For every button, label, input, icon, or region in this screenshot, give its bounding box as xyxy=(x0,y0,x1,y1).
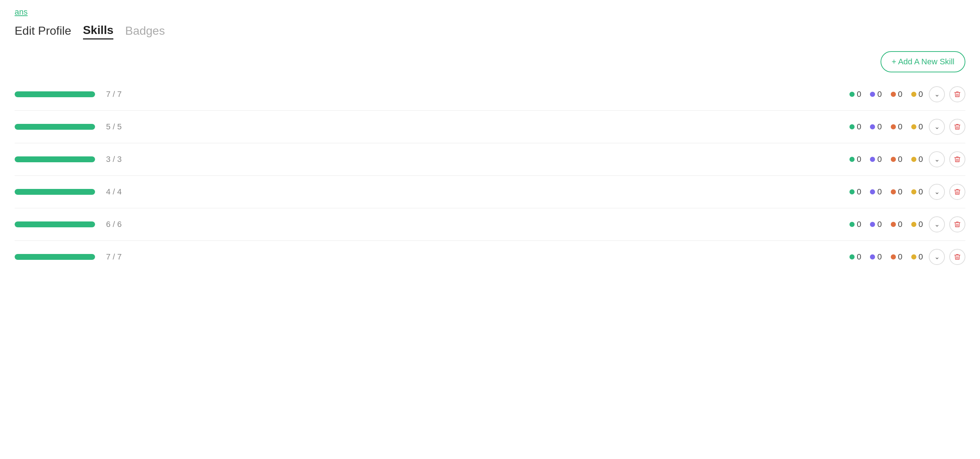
delete-skill-button[interactable] xyxy=(949,249,966,265)
badge-yellow: 0 xyxy=(911,220,923,229)
badge-yellow-count: 0 xyxy=(919,154,923,164)
progress-bar-fill xyxy=(14,254,95,260)
dot-yellow-icon xyxy=(911,157,916,162)
badge-yellow-count: 0 xyxy=(919,89,923,99)
add-skill-button[interactable]: + Add A New Skill xyxy=(881,51,966,72)
badge-yellow-count: 0 xyxy=(919,252,923,262)
delete-skill-button[interactable] xyxy=(949,119,966,135)
tab-bar: Edit Profile Skills Badges xyxy=(14,24,966,40)
skill-label: 3 / 3 xyxy=(106,154,135,164)
badge-purple: 0 xyxy=(870,89,881,99)
expand-skill-button[interactable]: ⌄ xyxy=(929,249,945,265)
badge-purple: 0 xyxy=(870,252,881,262)
badge-green: 0 xyxy=(850,89,861,99)
progress-bar-fill xyxy=(14,91,95,97)
tab-skills[interactable]: Skills xyxy=(83,24,114,40)
toolbar: + Add A New Skill xyxy=(14,51,966,72)
skill-label: 7 / 7 xyxy=(106,89,135,99)
badge-green: 0 xyxy=(850,220,861,229)
progress-bar-bg xyxy=(14,254,95,260)
dot-orange-icon xyxy=(891,254,896,259)
skill-label: 7 / 7 xyxy=(106,252,135,262)
badge-orange-count: 0 xyxy=(898,154,902,164)
badge-green: 0 xyxy=(850,154,861,164)
skill-actions: ⌄ xyxy=(929,86,966,102)
progress-bar-bg xyxy=(14,91,95,97)
tab-edit-profile[interactable]: Edit Profile xyxy=(14,24,71,39)
trash-icon xyxy=(954,221,961,228)
skill-label: 6 / 6 xyxy=(106,220,135,229)
dot-yellow-icon xyxy=(911,189,916,194)
badge-orange: 0 xyxy=(891,187,902,197)
skill-badges: 0 0 0 0 xyxy=(850,89,923,99)
dot-yellow-icon xyxy=(911,92,916,97)
badge-orange: 0 xyxy=(891,154,902,164)
dot-green-icon xyxy=(850,92,854,97)
progress-bar-container xyxy=(14,221,95,227)
badge-orange-count: 0 xyxy=(898,122,902,132)
badge-green-count: 0 xyxy=(857,154,861,164)
badge-green: 0 xyxy=(850,252,861,262)
progress-bar-container xyxy=(14,189,95,195)
badge-purple: 0 xyxy=(870,154,881,164)
badge-green: 0 xyxy=(850,122,861,132)
dot-purple-icon xyxy=(870,157,875,162)
badge-orange-count: 0 xyxy=(898,252,902,262)
progress-bar-bg xyxy=(14,189,95,195)
dot-purple-icon xyxy=(870,189,875,194)
skill-label: 5 / 5 xyxy=(106,122,135,132)
badge-purple: 0 xyxy=(870,187,881,197)
badge-purple-count: 0 xyxy=(877,187,881,197)
trash-icon xyxy=(954,156,961,163)
badge-purple-count: 0 xyxy=(877,122,881,132)
delete-skill-button[interactable] xyxy=(949,151,966,167)
tab-badges[interactable]: Badges xyxy=(125,24,165,39)
badge-yellow: 0 xyxy=(911,154,923,164)
expand-skill-button[interactable]: ⌄ xyxy=(929,184,945,200)
dot-green-icon xyxy=(850,254,854,259)
progress-bar-bg xyxy=(14,221,95,227)
dot-purple-icon xyxy=(870,92,875,97)
badge-green-count: 0 xyxy=(857,220,861,229)
skill-row: 3 / 3 0 0 0 0 ⌄ xyxy=(14,143,966,176)
expand-skill-button[interactable]: ⌄ xyxy=(929,216,945,232)
dot-yellow-icon xyxy=(911,254,916,259)
skill-list: 7 / 7 0 0 0 0 ⌄ xyxy=(14,78,966,273)
expand-skill-button[interactable]: ⌄ xyxy=(929,119,945,135)
badge-orange: 0 xyxy=(891,252,902,262)
dot-orange-icon xyxy=(891,124,896,129)
dot-orange-icon xyxy=(891,189,896,194)
delete-skill-button[interactable] xyxy=(949,86,966,102)
dot-purple-icon xyxy=(870,222,875,227)
skill-actions: ⌄ xyxy=(929,151,966,167)
dot-orange-icon xyxy=(891,92,896,97)
delete-skill-button[interactable] xyxy=(949,184,966,200)
badge-orange-count: 0 xyxy=(898,89,902,99)
progress-bar-container xyxy=(14,91,95,97)
skill-actions: ⌄ xyxy=(929,249,966,265)
badge-orange: 0 xyxy=(891,122,902,132)
dot-yellow-icon xyxy=(911,124,916,129)
badge-green-count: 0 xyxy=(857,122,861,132)
dot-purple-icon xyxy=(870,124,875,129)
delete-skill-button[interactable] xyxy=(949,216,966,232)
dot-green-icon xyxy=(850,189,854,194)
expand-skill-button[interactable]: ⌄ xyxy=(929,86,945,102)
dot-purple-icon xyxy=(870,254,875,259)
top-nav-link[interactable]: ans xyxy=(14,7,27,17)
trash-icon xyxy=(954,188,961,195)
badge-orange-count: 0 xyxy=(898,220,902,229)
badge-purple-count: 0 xyxy=(877,89,881,99)
dot-green-icon xyxy=(850,124,854,129)
trash-icon xyxy=(954,253,961,260)
progress-bar-container xyxy=(14,254,95,260)
badge-purple: 0 xyxy=(870,122,881,132)
badge-green: 0 xyxy=(850,187,861,197)
progress-bar-fill xyxy=(14,156,95,162)
expand-skill-button[interactable]: ⌄ xyxy=(929,151,945,167)
badge-orange: 0 xyxy=(891,89,902,99)
skill-row: 6 / 6 0 0 0 0 ⌄ xyxy=(14,208,966,241)
skill-badges: 0 0 0 0 xyxy=(850,220,923,229)
badge-green-count: 0 xyxy=(857,187,861,197)
progress-bar-bg xyxy=(14,124,95,130)
